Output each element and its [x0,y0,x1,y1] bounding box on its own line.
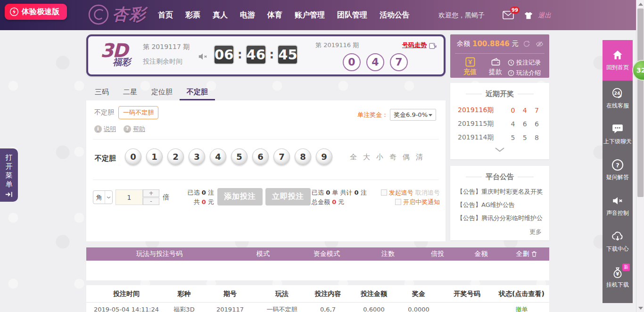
sidebar-item-chat[interactable]: 上下级聊天 [603,116,633,152]
sidebar-item-sound[interactable]: 声音控制 [603,188,633,224]
mode-yima-budingdan-button[interactable]: 一码不定胆 [118,106,158,119]
stepper-plus-button[interactable]: + [143,189,159,197]
cell-issue: 2019117 [202,303,258,312]
number-row-label: 不定胆 [95,154,116,163]
page-scrollbar[interactable] [636,0,644,312]
notice-item[interactable]: 【公告】腾讯分分彩临时维护公告 [457,212,543,225]
tab-sanma[interactable]: 三码 [88,86,116,100]
add-bet-button[interactable]: 添加投注 [217,188,263,205]
bet-controls-row: 角 + - 倍 已选 0 注 共 0 元 添加投注 立即投注 已选 0 单 共计… [86,186,446,214]
ball-5[interactable]: 5 [231,148,248,165]
quick-odd[interactable]: 奇 [389,153,396,162]
withdraw-button[interactable]: 提款 [489,57,502,76]
logout-link[interactable]: 退出 [538,11,551,20]
balance-refresh-button[interactable] [523,40,530,48]
scroll-down-button[interactable] [636,304,644,312]
chevron-down-icon [107,196,111,199]
how-to-play-link[interactable]: ? 玩法介绍 [508,69,541,77]
sidebar-item-download[interactable]: 下载中心 [603,224,633,260]
cart-delete-all-button[interactable]: 全删 [504,250,549,258]
recent-draws-panel: 近期开奖 2019116期 0 4 7 2019115期 4 6 6 20191… [450,83,549,159]
chat-bubble-icon [611,123,624,135]
open-menu-button[interactable]: 打开菜单 [0,148,18,202]
quick-small[interactable]: 小 [376,153,383,162]
floating-counter-button[interactable]: 32 [632,60,644,81]
tab-budingdan[interactable]: 不定胆 [180,86,215,100]
notify-checkbox[interactable] [395,199,401,205]
bet-records-link[interactable]: 投注记录 [508,58,541,67]
prize-select[interactable]: 奖金6.9-0% [390,109,436,121]
nav-account[interactable]: 账户管理 [289,0,331,30]
ball-8[interactable]: 8 [295,148,311,165]
sidebar-item-home[interactable]: 回到首页 [603,40,633,81]
instructions-link[interactable]: i 说明 [94,125,116,133]
amt-value: 0 [202,198,206,205]
quick-clear[interactable]: 清 [416,153,423,162]
scroll-up-button[interactable] [636,0,644,8]
ball-9[interactable]: 9 [316,148,332,165]
ball-3[interactable]: 3 [189,148,205,165]
tab-dingweidan[interactable]: 定位胆 [144,86,180,100]
quick-even[interactable]: 偶 [403,153,410,162]
notify-label[interactable]: 开启中奖通知 [403,198,440,205]
sidebar-item-hangup-download[interactable]: ¥ 挂机下载 新 [603,260,633,296]
cancel-order-link[interactable]: 撤单 [494,303,549,312]
ball-0[interactable]: 0 [125,148,141,165]
scrollbar-thumb[interactable] [637,8,644,197]
tab-erxing[interactable]: 二星 [116,86,144,100]
money-unit-select[interactable]: 角 [93,190,113,204]
ball-6[interactable]: 6 [252,148,269,165]
countdown-colon: : [238,48,242,61]
notice-more-link[interactable]: 更多 [450,225,549,236]
sidebar-item-faq[interactable]: ? 疑问解答 [603,152,633,188]
number-trend-link[interactable]: 号码走势 [402,41,437,49]
cell-play: 一码不定胆 [258,303,305,312]
recharge-button[interactable]: 充值 [463,57,477,76]
mail-button[interactable]: 99 [503,11,515,20]
chase-cancel-label[interactable]: 取消追号 [415,189,440,196]
ball-1[interactable]: 1 [146,148,163,165]
chase-start-label[interactable]: 发起追号 [389,189,413,196]
quick-big[interactable]: 大 [363,153,370,162]
list-item[interactable]: 2019115期 4 6 6 [458,117,542,131]
nav-activities[interactable]: 活动公告 [373,0,416,30]
money-unit-value: 角 [93,191,105,204]
quick-all[interactable]: 全 [350,153,357,162]
ord-count: 0 [326,189,330,196]
shop-button[interactable] [523,10,534,23]
cell-draw [440,303,494,312]
chase-options: 发起追号 取消追号 开启中奖通知 [381,188,440,207]
help-link[interactable]: ? 帮助 [124,125,145,133]
nav-team[interactable]: 团队管理 [331,0,373,30]
stepper-minus-button[interactable]: - [143,197,159,205]
list-item[interactable]: 2019114期 5 5 8 [458,131,542,144]
notice-item[interactable]: 【公告】AG维护公告 [457,198,543,212]
submit-bet-button[interactable]: 立即投注 [265,188,311,205]
page: 体验极速版 杏彩 首页 彩票 真人 电游 体育 账户管理 团队管理 活动公告 欢… [0,0,644,312]
nav-lottery[interactable]: 彩票 [179,0,206,30]
sidebar-item-service[interactable]: 24 在线客服 [603,81,633,116]
multiplier-input[interactable] [116,189,143,205]
express-version-button[interactable]: 体验极速版 [5,4,67,20]
trend-link-label: 号码走势 [402,41,427,49]
nav-sports[interactable]: 体育 [261,0,289,30]
help-row: i 说明 ? 帮助 [94,125,145,133]
nav-home[interactable]: 首页 [152,0,179,30]
nav-live[interactable]: 真人 [206,0,234,30]
ball-7[interactable]: 7 [273,148,290,165]
ball-2[interactable]: 2 [167,148,184,165]
amt-prefix: 共 [194,198,200,205]
chase-checkbox[interactable] [381,189,387,196]
nav-egames[interactable]: 电游 [234,0,261,30]
notice-item[interactable]: 【公告】重庆时时彩更名及开奖规... [457,185,543,198]
countdown-colon: : [270,48,274,61]
list-item[interactable]: 2019116期 0 4 7 [458,103,542,117]
balance-visibility-toggle[interactable] [536,40,544,48]
expand-draws-button[interactable] [450,147,549,152]
sound-mute-toggle[interactable] [198,51,208,64]
ball-4[interactable]: 4 [210,148,226,165]
main-nav: 首页 彩票 真人 电游 体育 账户管理 团队管理 活动公告 [152,0,416,30]
number-select-row: 不定胆 0 1 2 3 4 5 6 7 8 9 全 大 小 奇 偶 清 [86,146,446,173]
total-prefix: 总金额 [312,198,330,205]
brand-logo[interactable]: 杏彩 [88,4,146,25]
